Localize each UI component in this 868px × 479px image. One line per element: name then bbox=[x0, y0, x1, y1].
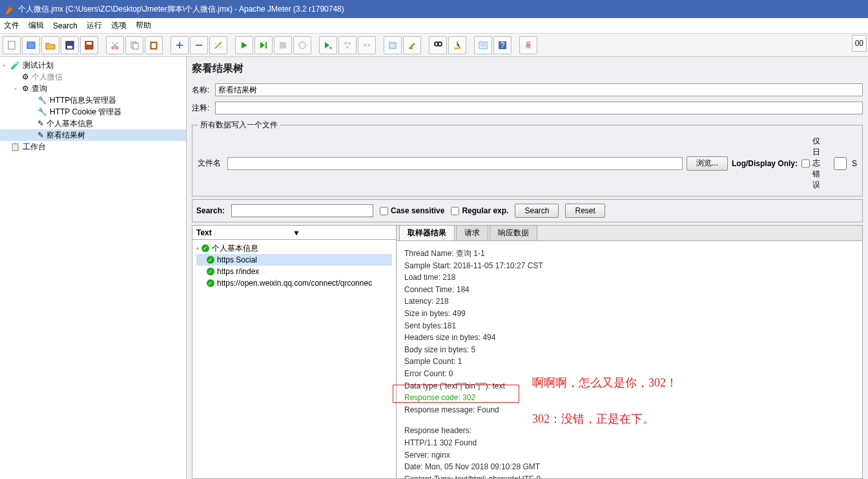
shutdown-icon[interactable] bbox=[293, 36, 311, 54]
comment-label: 注释: bbox=[192, 103, 211, 114]
sweep-icon[interactable] bbox=[448, 36, 466, 54]
svg-point-29 bbox=[526, 43, 531, 48]
tree-workbench[interactable]: 📋 工作台 bbox=[0, 141, 186, 153]
chevron-down-icon[interactable]: ▾ bbox=[294, 228, 393, 237]
svg-rect-26 bbox=[479, 42, 487, 48]
menu-help[interactable]: 帮助 bbox=[136, 20, 151, 31]
tree-weixin[interactable]: ⚙ 个人微信 bbox=[0, 71, 186, 83]
tab-response[interactable]: 响应数据 bbox=[490, 225, 537, 240]
tab-sampler-result[interactable]: 取样器结果 bbox=[399, 225, 455, 240]
only-errors-checkbox[interactable] bbox=[801, 157, 810, 170]
logdisplay-label: Log/Display Only: bbox=[732, 159, 798, 168]
comment-input[interactable] bbox=[215, 101, 863, 114]
menu-file[interactable]: 文件 bbox=[4, 20, 19, 31]
clear-all-icon[interactable] bbox=[403, 36, 421, 54]
detail-line: Sent bytes:181 bbox=[404, 320, 854, 332]
annotation-2: 302：没错，正是在下。 bbox=[532, 410, 654, 429]
result-item-2[interactable]: ✓https r/index bbox=[196, 266, 392, 277]
search-input[interactable] bbox=[231, 204, 373, 217]
result-tabs: 取样器结果 请求 响应数据 bbox=[397, 226, 862, 241]
templates-icon[interactable] bbox=[22, 36, 40, 54]
tree-query[interactable]: ◦⚙ 查询 bbox=[0, 83, 186, 94]
name-label: 名称: bbox=[192, 85, 211, 96]
svg-point-16 bbox=[329, 47, 332, 49]
wand-icon[interactable] bbox=[209, 36, 227, 54]
only-s-label: S bbox=[852, 159, 857, 168]
detail-line: Date: Mon, 05 Nov 2018 09:10:28 GMT bbox=[404, 461, 854, 473]
detail-line: Connect Time: 184 bbox=[404, 284, 854, 296]
func-helper-icon[interactable] bbox=[474, 36, 492, 54]
remove-icon[interactable] bbox=[190, 36, 208, 54]
svg-point-25 bbox=[438, 42, 442, 46]
copy-icon[interactable] bbox=[125, 36, 143, 54]
stop-icon[interactable] bbox=[274, 36, 292, 54]
file-fieldset: 所有数据写入一个文件 文件名 浏览... Log/Display Only: 仅… bbox=[192, 120, 863, 197]
svg-rect-14 bbox=[280, 42, 286, 48]
search-bar: Search: Case sensitive Regular exp. Sear… bbox=[192, 199, 863, 222]
ssl-icon[interactable] bbox=[519, 36, 537, 54]
detail-line: Server: nginx bbox=[404, 449, 854, 462]
browse-button[interactable]: 浏览... bbox=[687, 156, 728, 171]
results-tree[interactable]: ◦✓个人基本信息 ✓https Social ✓https r/index ✓h… bbox=[192, 240, 396, 292]
file-label: 文件名 bbox=[198, 158, 223, 169]
open-icon[interactable] bbox=[41, 36, 59, 54]
remote-start-all-icon[interactable] bbox=[338, 36, 356, 54]
search-button[interactable]: Search bbox=[515, 204, 559, 218]
tree-http-header[interactable]: 🔧 HTTP信息头管理器 bbox=[0, 94, 186, 106]
saveas-icon[interactable] bbox=[80, 36, 98, 54]
regex-checkbox[interactable] bbox=[451, 207, 459, 215]
help-icon[interactable]: ? bbox=[493, 36, 512, 54]
result-item-1[interactable]: ✓https Social bbox=[196, 254, 392, 266]
name-input[interactable] bbox=[215, 83, 863, 96]
tree-view-results[interactable]: ✎ 察看结果树 bbox=[0, 129, 186, 141]
detail-line: Latency: 218 bbox=[404, 295, 854, 308]
reset-button[interactable]: Reset bbox=[565, 204, 604, 218]
tree-testplan[interactable]: ◦🧪 测试计划 bbox=[0, 59, 186, 71]
svg-point-18 bbox=[348, 42, 351, 45]
tab-request[interactable]: 请求 bbox=[456, 225, 488, 240]
renderer-type-row[interactable]: Text ▾ bbox=[192, 226, 396, 240]
save-icon[interactable] bbox=[61, 36, 79, 54]
start-icon[interactable] bbox=[235, 36, 253, 54]
remote-start-icon[interactable] bbox=[319, 36, 337, 54]
menu-options[interactable]: 选项 bbox=[111, 20, 127, 31]
clear-icon[interactable] bbox=[384, 36, 402, 54]
start-notimers-icon[interactable] bbox=[254, 36, 273, 54]
tree-personal[interactable]: ✎ 个人基本信息 bbox=[0, 118, 186, 129]
menu-run[interactable]: 运行 bbox=[87, 20, 102, 31]
result-item-3[interactable]: ✓https://open.weixin.qq.com/connect/qrco… bbox=[196, 277, 392, 289]
tree-http-cookie[interactable]: 🔧 HTTP Cookie 管理器 bbox=[0, 106, 186, 118]
remote-stop-icon[interactable] bbox=[358, 36, 376, 54]
menubar: 文件 编辑 Search 运行 选项 帮助 bbox=[0, 18, 868, 34]
file-legend: 所有数据写入一个文件 bbox=[198, 120, 280, 131]
timer-display: 00 bbox=[852, 35, 867, 52]
paste-icon[interactable] bbox=[145, 36, 163, 54]
only-s-checkbox[interactable] bbox=[831, 157, 849, 170]
response-code-line: Response code: 302 bbox=[404, 392, 854, 404]
test-plan-tree[interactable]: ◦🧪 测试计划 ⚙ 个人微信 ◦⚙ 查询 🔧 HTTP信息头管理器 🔧 HTTP… bbox=[0, 57, 187, 479]
search-label: Search: bbox=[196, 206, 225, 215]
case-sensitive-checkbox[interactable] bbox=[380, 207, 388, 215]
svg-rect-11 bbox=[152, 43, 156, 48]
svg-rect-3 bbox=[67, 46, 72, 48]
svg-point-19 bbox=[346, 46, 349, 48]
svg-rect-5 bbox=[87, 42, 92, 45]
menu-search[interactable]: Search bbox=[53, 21, 78, 30]
svg-point-12 bbox=[215, 43, 216, 44]
detail-line: Sample Count: 1 bbox=[404, 356, 854, 368]
sampler-result-content[interactable]: Thread Name: 查询 1-1 Sample Start: 2018-1… bbox=[397, 241, 862, 479]
new-icon[interactable] bbox=[3, 36, 21, 54]
svg-text:?: ? bbox=[501, 41, 505, 50]
file-input[interactable] bbox=[227, 157, 683, 170]
result-root[interactable]: ◦✓个人基本信息 bbox=[196, 242, 392, 254]
svg-point-20 bbox=[364, 44, 366, 47]
detail-line: Sample Start: 2018-11-05 17:10:27 CST bbox=[404, 260, 854, 272]
cut-icon[interactable] bbox=[106, 36, 124, 54]
add-icon[interactable] bbox=[170, 36, 189, 54]
detail-line: Load time: 218 bbox=[404, 271, 854, 284]
menu-edit[interactable]: 编辑 bbox=[28, 20, 44, 31]
find-icon[interactable] bbox=[429, 36, 447, 54]
detail-line: Body size in bytes: 5 bbox=[404, 344, 854, 356]
detail-line: Size in bytes: 499 bbox=[404, 308, 854, 320]
renderer-type-label: Text bbox=[196, 228, 294, 237]
